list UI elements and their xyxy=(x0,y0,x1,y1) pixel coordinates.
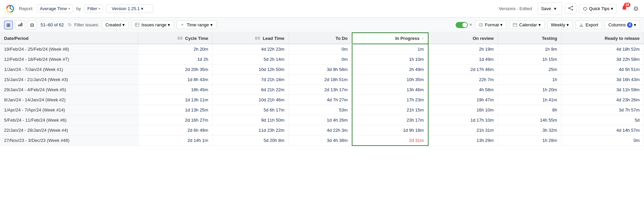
chevron-down-icon: ▾ xyxy=(68,7,70,10)
pagination-info: 51–60 of 62 xyxy=(41,22,64,27)
right-controls: ✕ Format ▾ Calendar ▾ Weekly ▾ xyxy=(456,21,640,29)
cell-date: 15/Jan/24 - 21/Jan/24 (Week #3) xyxy=(0,75,138,85)
cell-todo: 3d 9h 58m xyxy=(289,65,352,75)
table-header-row: Date/Period ⠿⠿ Cycle Time ⠿⠿ Lead Time T… xyxy=(0,33,644,44)
toggle-switch[interactable] xyxy=(456,22,468,28)
filter-select[interactable]: Filter ▾ xyxy=(84,4,103,13)
chevron-down-icon: ▾ xyxy=(538,22,541,27)
chevron-down-icon: ▾ xyxy=(634,22,636,27)
second-bar: ⊞ ⊟ 51–60 of 62 ↻ Filter issues: Created… xyxy=(0,18,644,32)
cell-todo: 2d 13h 17m xyxy=(289,85,352,95)
cell-ready: 3d 22h 58m xyxy=(561,54,644,65)
weekly-button[interactable]: Weekly ▾ xyxy=(547,21,573,29)
cell-todo: 2d 18h 51m xyxy=(289,75,352,85)
col-header-onreview: On review xyxy=(428,33,498,44)
notification-badge: 28 xyxy=(624,3,630,7)
table-row: 15/Jan/24 - 21/Jan/24 (Week #3)1d 8h 43m… xyxy=(0,75,644,85)
columns-button[interactable]: Columns 4 ▾ xyxy=(605,21,640,29)
columns-count-badge: 4 xyxy=(627,22,632,28)
chevron-down-icon: ▾ xyxy=(98,7,100,10)
svg-rect-9 xyxy=(20,24,21,26)
svg-rect-17 xyxy=(513,23,517,27)
cell-onreview: 2h 19m xyxy=(428,44,498,54)
share-button[interactable] xyxy=(565,3,576,14)
refresh-icon[interactable]: ↻ xyxy=(68,22,72,27)
grid-view-button[interactable]: ⊞ xyxy=(4,21,13,29)
table-row: 1/Apr/24 - 7/Apr/24 (Week #14)1d 13h 25m… xyxy=(0,105,644,115)
svg-rect-21 xyxy=(579,26,583,27)
cell-lead: 5d 20h 8m xyxy=(212,135,289,146)
cell-onreview: 21h 31m xyxy=(428,125,498,135)
cell-inprogress: 21h 15m xyxy=(352,105,428,115)
cell-onreview: 22h 7m xyxy=(428,75,498,85)
svg-line-16 xyxy=(481,25,482,26)
chevron-down-icon: ▾ xyxy=(500,22,503,27)
cell-cycle: 2d 16h 27m xyxy=(138,115,213,125)
cell-testing: 8h xyxy=(498,105,561,115)
cell-lead: 5d 2h 14m xyxy=(212,54,289,65)
table-row: 8/Jan/24 - 14/Jan/24 (Week #2)1d 13h 11m… xyxy=(0,95,644,105)
chevron-down-icon: ▾ xyxy=(168,22,170,27)
export-button[interactable]: Export xyxy=(575,21,602,29)
cell-ready: 4d 14h 57m xyxy=(561,125,644,135)
filter-created-button[interactable]: Created ▾ xyxy=(102,21,129,29)
cell-testing: 1h 41m xyxy=(498,95,561,105)
cell-date: 12/Feb/24 - 18/Feb/24 (Week #7) xyxy=(0,54,138,65)
version-select[interactable]: Version 1.25.1 ▾ xyxy=(106,4,153,13)
svg-point-5 xyxy=(568,7,570,9)
chevron-down-icon[interactable]: ▾ xyxy=(552,4,558,13)
col-header-lead: ⠿⠿ Lead Time xyxy=(212,33,289,44)
cell-lead: 11d 23h 22m xyxy=(212,125,289,135)
cell-onreview: 2d 17h 46m xyxy=(428,65,498,75)
table-row: 1/Jan/24 - 7/Jan/24 (Week #1)2d 20h 35m1… xyxy=(0,65,644,75)
cell-cycle: 2h 20m xyxy=(138,44,213,54)
top-bar: Report: Average Time ▾ by Filter ▾ Versi… xyxy=(0,0,644,18)
cell-cycle: 1d 2h xyxy=(138,54,213,65)
format-button[interactable]: Format ▾ xyxy=(475,21,506,29)
cell-lead: 5d 6h 17m xyxy=(212,105,289,115)
cell-testing: 14h 55m xyxy=(498,115,561,125)
cell-todo: 3d 4h 38m xyxy=(289,135,352,146)
cell-testing: 25m xyxy=(498,65,561,75)
cell-onreview: 16h 10m xyxy=(428,105,498,115)
cell-inprogress: 10h 35m xyxy=(352,75,428,85)
cell-cycle: 2d 14h 1m xyxy=(138,135,213,146)
data-table-wrap: Date/Period ⠿⠿ Cycle Time ⠿⠿ Lead Time T… xyxy=(0,32,644,146)
cell-todo: 53m xyxy=(289,105,352,115)
cell-lead: 10d 12h 50m xyxy=(212,65,289,75)
cell-todo: 0m xyxy=(289,54,352,65)
cell-cycle: 1d 13h 11m xyxy=(138,95,213,105)
cell-onreview: 1d 17h 10m xyxy=(428,115,498,125)
notifications-button[interactable]: 28 xyxy=(620,3,629,14)
cell-cycle: 18h 45m xyxy=(138,85,213,95)
settings-button[interactable]: ⚙ xyxy=(632,4,640,14)
report-select[interactable]: Average Time ▾ xyxy=(37,4,73,13)
cell-date: 8/Jan/24 - 14/Jan/24 (Week #2) xyxy=(0,95,138,105)
cell-inprogress: 2d 31m xyxy=(352,135,428,146)
cell-date: 29/Jan/24 - 4/Feb/24 (Week #5) xyxy=(0,85,138,95)
cell-ready: 3d 7h 57m xyxy=(561,105,644,115)
table-view-button[interactable]: ⊟ xyxy=(28,21,37,29)
calendar-button[interactable]: Calendar ▾ xyxy=(509,21,545,29)
chart-view-button[interactable] xyxy=(16,20,25,29)
report-label: Report: xyxy=(19,6,33,11)
cell-onreview: 1d 49m xyxy=(428,54,498,65)
versions-edited-label: Versions - Edited xyxy=(499,6,532,11)
table-row: 29/Jan/24 - 4/Feb/24 (Week #5)18h 45m6d … xyxy=(0,85,644,95)
col-header-todo: To Do xyxy=(289,33,352,44)
table-row: 27/Nov/23 - 3/Dec/23 (Week #48)2d 14h 1m… xyxy=(0,135,644,146)
cell-inprogress: 2h 49m xyxy=(352,65,428,75)
save-button[interactable]: Save ▾ xyxy=(537,2,562,15)
cell-date: 19/Feb/24 - 25/Feb/24 (Week #8) xyxy=(0,44,138,54)
time-range-button[interactable]: Time range ▾ xyxy=(177,21,216,29)
cell-ready: 0m xyxy=(561,135,644,146)
cell-onreview: 13h 29m xyxy=(428,135,498,146)
col-header-cycle: ⠿⠿ Cycle Time xyxy=(138,33,213,44)
issues-range-button[interactable]: Issues range ▾ xyxy=(131,21,174,29)
cell-testing: 1h 15m xyxy=(498,54,561,65)
chevron-down-icon: ▾ xyxy=(122,22,125,27)
cell-lead: 4d 22h 23m xyxy=(212,44,289,54)
toggle-wrap: ✕ xyxy=(456,22,472,28)
quick-tips-button[interactable]: Quick Tips ▾ xyxy=(579,4,617,13)
cell-date: 5/Feb/24 - 11/Feb/24 (Week #6) xyxy=(0,115,138,125)
